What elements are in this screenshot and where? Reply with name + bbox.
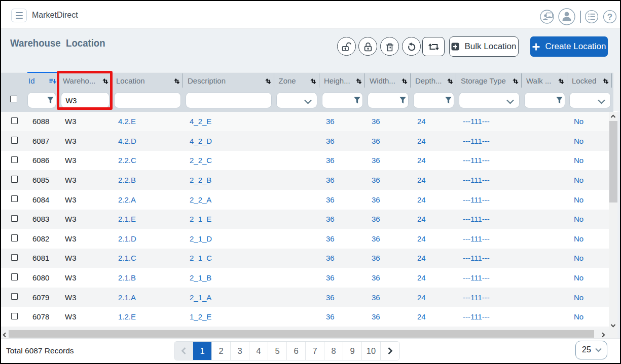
- svg-text:?: ?: [607, 12, 612, 22]
